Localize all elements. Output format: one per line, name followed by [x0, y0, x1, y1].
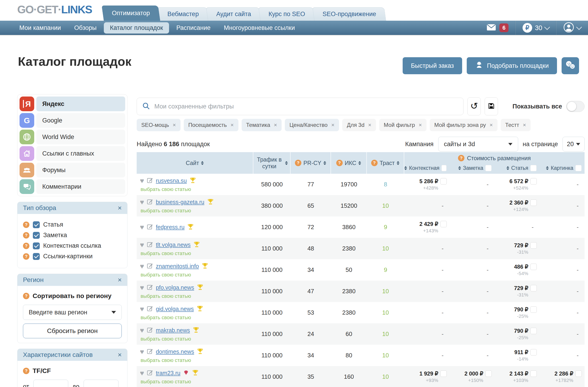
- edit-icon[interactable]: [147, 348, 153, 356]
- checkbox-checked[interactable]: [33, 253, 40, 260]
- range-from-input[interactable]: [33, 380, 68, 387]
- select-article-link[interactable]: выбрать свою статью: [140, 293, 253, 299]
- price-checkbox[interactable]: [530, 199, 537, 206]
- favorite-icon[interactable]: ♥: [140, 263, 144, 270]
- reset-region-button[interactable]: Сбросить регион: [23, 323, 122, 338]
- site-link[interactable]: fedpress.ru: [156, 224, 185, 231]
- price-checkbox[interactable]: [530, 306, 537, 313]
- edit-icon[interactable]: [147, 198, 153, 206]
- close-icon[interactable]: ×: [118, 351, 122, 358]
- select-article-link[interactable]: выбрать свою статью: [140, 336, 253, 342]
- help-icon[interactable]: ?: [23, 232, 29, 238]
- catalog-world-wide[interactable]: World Wide: [20, 129, 125, 144]
- range-to-input[interactable]: [84, 380, 119, 387]
- select-article-link[interactable]: выбрать свою статью: [140, 357, 253, 363]
- select-article-link[interactable]: выбрать свою статью: [140, 186, 253, 192]
- column-checkbox[interactable]: [530, 165, 537, 171]
- sort-icon[interactable]: [358, 161, 361, 165]
- close-icon[interactable]: ×: [118, 277, 122, 283]
- filter-chip[interactable]: Для 3d ×: [342, 119, 376, 131]
- select-article-link[interactable]: выбрать свою статью: [140, 251, 253, 257]
- chip-close-icon[interactable]: ×: [368, 122, 371, 128]
- chip-close-icon[interactable]: ×: [231, 122, 234, 128]
- help-icon[interactable]: ?: [336, 160, 343, 166]
- favorite-icon[interactable]: ♥: [140, 327, 144, 334]
- sort-icon[interactable]: [397, 161, 399, 165]
- save-filter-button[interactable]: [485, 97, 498, 115]
- nav-item-schedule[interactable]: Расписание: [170, 22, 217, 34]
- price-checkbox[interactable]: [440, 178, 447, 185]
- saved-filters-search[interactable]: [137, 98, 463, 115]
- tab-seo-promotion[interactable]: SEO-продвижение: [313, 7, 385, 21]
- price-checkbox[interactable]: [530, 328, 537, 334]
- column-checkbox[interactable]: [575, 165, 582, 171]
- filter-chip[interactable]: Посещаемость ×: [184, 119, 238, 131]
- chip-close-icon[interactable]: ×: [490, 122, 493, 128]
- nav-item-reviews[interactable]: Обзоры: [68, 22, 103, 34]
- nav-item-catalog[interactable]: Каталог площадок: [104, 22, 169, 34]
- reset-filters-button[interactable]: ↺: [467, 97, 481, 115]
- site-link[interactable]: tram23.ru: [156, 370, 180, 376]
- favorite-icon[interactable]: ♥: [140, 284, 144, 291]
- price-checkbox[interactable]: [530, 349, 537, 356]
- edit-icon[interactable]: [147, 262, 153, 270]
- sort-icon[interactable]: [285, 161, 288, 165]
- edit-icon[interactable]: [147, 241, 153, 249]
- sort-icon[interactable]: [506, 166, 509, 170]
- favorite-icon[interactable]: ♥: [140, 177, 144, 184]
- price-checkbox[interactable]: [485, 370, 492, 377]
- catalog-forums[interactable]: Форумы: [20, 163, 125, 177]
- favorite-icon[interactable]: ♥: [140, 348, 144, 355]
- help-icon[interactable]: ?: [23, 253, 29, 260]
- price-checkbox[interactable]: [530, 242, 537, 249]
- catalog-main-page-links[interactable]: Ссылки с главных: [20, 146, 125, 161]
- site-link[interactable]: dontimes.news: [156, 348, 194, 355]
- tab-site-audit[interactable]: Аудит сайта: [207, 7, 260, 21]
- help-icon[interactable]: ?: [23, 221, 29, 228]
- region-select[interactable]: Введите ваш регион: [23, 305, 122, 320]
- checkbox-checked[interactable]: [33, 242, 40, 249]
- favorite-icon[interactable]: ♥: [140, 369, 144, 377]
- catalog-comments[interactable]: Комментарии: [20, 179, 125, 194]
- sort-icon[interactable]: [458, 166, 461, 170]
- tab-webmaster[interactable]: Вебмастер: [158, 7, 208, 21]
- catalog-google[interactable]: G Google: [20, 113, 125, 128]
- edit-icon[interactable]: [147, 305, 153, 313]
- help-icon[interactable]: ?: [23, 293, 29, 299]
- quick-order-button[interactable]: Быстрый заказ: [403, 57, 462, 74]
- price-checkbox[interactable]: [530, 264, 537, 270]
- pick-platforms-button[interactable]: Подобрать площадки: [467, 57, 557, 74]
- price-checkbox[interactable]: [440, 370, 447, 377]
- brand-logo[interactable]: GO·GET·LINKS: [17, 3, 92, 16]
- filter-chip[interactable]: Мой фильтр зона ру ×: [430, 119, 498, 131]
- per-page-select[interactable]: 20: [563, 137, 585, 151]
- messages-button[interactable]: 6: [479, 21, 515, 35]
- tab-seo-course[interactable]: Курс по SEO: [259, 7, 314, 21]
- tab-optimizer[interactable]: Оптимизатор: [103, 5, 159, 21]
- favorite-icon[interactable]: ♥: [140, 241, 144, 248]
- favorite-icon[interactable]: ♥: [140, 305, 144, 313]
- site-link[interactable]: tlt.volga.news: [156, 241, 190, 248]
- edit-icon[interactable]: [147, 369, 153, 377]
- checkbox-checked[interactable]: [33, 221, 40, 228]
- checkbox-checked[interactable]: [33, 232, 40, 239]
- select-article-link[interactable]: выбрать свою статью: [140, 272, 253, 278]
- sort-icon[interactable]: [404, 166, 407, 170]
- site-link[interactable]: gid.volga.news: [156, 306, 194, 312]
- catalog-yandex[interactable]: Я Яндекс: [20, 97, 125, 111]
- column-checkbox[interactable]: [441, 165, 446, 171]
- close-icon[interactable]: ×: [118, 205, 122, 212]
- select-article-link[interactable]: выбрать свою статью: [140, 208, 253, 214]
- chip-close-icon[interactable]: ×: [419, 122, 422, 128]
- chip-close-icon[interactable]: ×: [274, 122, 277, 128]
- filter-chip[interactable]: Тестт ×: [501, 119, 531, 131]
- site-link[interactable]: znamenitosti.info: [156, 263, 199, 270]
- price-checkbox[interactable]: [530, 285, 537, 291]
- price-checkbox[interactable]: [440, 221, 447, 227]
- balance-menu[interactable]: ₽ 30: [516, 21, 556, 35]
- help-icon[interactable]: ?: [23, 368, 29, 374]
- nav-item-multilevel-links[interactable]: Многоуровневые ссылки: [218, 22, 301, 34]
- help-icon[interactable]: ?: [23, 243, 29, 249]
- campaign-select[interactable]: сайты и 3d: [438, 137, 518, 151]
- help-icon[interactable]: ?: [295, 160, 301, 166]
